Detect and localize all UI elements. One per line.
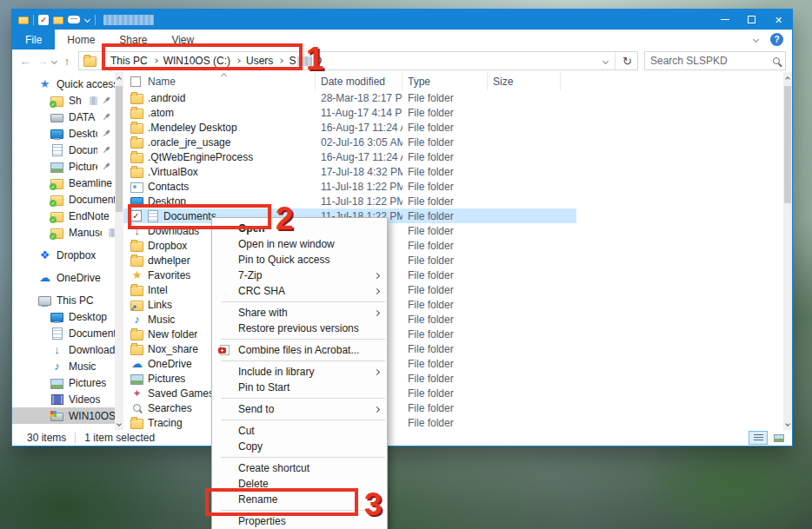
maximize-button[interactable] — [738, 10, 765, 30]
scrollbar-thumb[interactable] — [116, 86, 123, 212]
menu-item-create-shortcut[interactable]: Create shortcut — [212, 460, 387, 476]
title-bar[interactable] — [12, 10, 792, 30]
column-header-size[interactable]: Size — [488, 72, 561, 90]
folder-icon — [130, 151, 143, 163]
sidebar-item-shared[interactable]: Shared — [12, 92, 115, 109]
annotation-number-3: 3 — [364, 488, 383, 520]
menu-separator — [221, 398, 385, 399]
file-row-virtualbox[interactable]: .VirtualBox17-Jul-18 4:32 PMFile folder — [123, 164, 783, 179]
scroll-up-arrow-icon[interactable] — [115, 72, 123, 85]
sidebar-item-documents[interactable]: Documents — [12, 142, 115, 158]
file-name: Tracing — [148, 417, 183, 429]
file-type: File folder — [403, 107, 488, 119]
toolbar-divider — [95, 15, 96, 25]
search-box[interactable] — [644, 51, 786, 70]
pin-icon — [101, 128, 112, 139]
sidebar-item-win10os-c[interactable]: WIN10OS (C:) — [12, 407, 115, 424]
file-type: File folder — [403, 343, 488, 355]
file-row-android[interactable]: .android28-Mar-18 2:17 PMFile folder — [123, 90, 783, 105]
annotation-number-1: 1 — [306, 43, 324, 75]
links-folder-icon — [130, 299, 143, 311]
sidebar-item-documents[interactable]: Documents — [12, 191, 115, 208]
scrollbar-thumb[interactable] — [784, 86, 791, 203]
search-icon[interactable] — [773, 57, 780, 64]
recent-locations-chevron-icon[interactable] — [51, 57, 57, 63]
tab-home[interactable]: Home — [55, 30, 107, 50]
details-view-button[interactable] — [749, 431, 768, 445]
column-header-date-modified[interactable]: Date modified — [316, 72, 403, 90]
file-list-scrollbar[interactable] — [783, 72, 792, 430]
file-row-oracle-jre-usage[interactable]: .oracle_jre_usage02-Jul-16 3:05 AMFile f… — [123, 135, 783, 149]
file-name: Dropbox — [148, 240, 187, 252]
file-row-qtwebengineprocess[interactable]: .QtWebEngineProcess16-Aug-17 11:24 A...F… — [123, 149, 783, 164]
close-button[interactable] — [765, 10, 792, 30]
tab-file[interactable]: File — [12, 30, 55, 50]
folder-icon — [130, 136, 143, 149]
menu-item-restore-previous-versions[interactable]: Restore previous versions — [212, 321, 387, 336]
sidebar-item-endnote[interactable]: EndNote — [12, 208, 115, 224]
sidebar-item-this-pc[interactable]: This PC — [12, 292, 115, 308]
scroll-down-arrow-icon[interactable] — [783, 417, 792, 430]
sidebar-item-label: Downloads — [69, 344, 115, 356]
forward-button[interactable]: → — [36, 56, 50, 67]
address-dropdown-chevron-icon[interactable] — [602, 57, 609, 63]
picture-icon — [50, 161, 63, 173]
help-button[interactable]: ? — [770, 33, 783, 46]
file-row-atom[interactable]: .atom11-Aug-17 4:14 PMFile folder — [123, 105, 783, 120]
sidebar-item-onedrive[interactable]: OneDrive — [12, 269, 115, 286]
file-row-mendeley-desktop[interactable]: .Mendeley Desktop16-Aug-17 11:24 A...Fil… — [123, 120, 783, 135]
menu-item-7-zip[interactable]: 7-Zip — [212, 268, 387, 283]
menu-item-share-with[interactable]: Share with — [212, 305, 387, 321]
computer-icon — [38, 294, 51, 307]
menu-item-label: Copy — [238, 440, 263, 453]
search-input[interactable] — [650, 55, 773, 67]
refresh-icon[interactable] — [622, 55, 632, 68]
sync-folder-icon — [50, 177, 63, 189]
cloud-icon — [130, 358, 143, 370]
up-button[interactable]: ↑ — [59, 56, 75, 67]
column-header-type[interactable]: Type — [403, 72, 488, 90]
sidebar-item-beamline[interactable]: Beamline — [12, 175, 115, 191]
name-cell: .QtWebEngineProcess — [130, 151, 316, 163]
thumbnails-view-button[interactable] — [769, 431, 789, 445]
menu-item-send-to[interactable]: Send to — [212, 401, 387, 417]
sidebar-item-pictures[interactable]: Pictures — [12, 374, 115, 391]
menu-item-pin-to-quick-access[interactable]: Pin to Quick access — [212, 252, 387, 268]
folder-icon[interactable] — [53, 15, 63, 24]
menu-item-pin-to-start[interactable]: Pin to Start — [212, 380, 387, 395]
folder-icon — [130, 417, 143, 429]
music-icon — [50, 360, 63, 373]
rename-icon[interactable] — [68, 16, 80, 23]
column-header-name[interactable]: Name — [130, 72, 316, 90]
sidebar-item-quick-access[interactable]: Quick access — [12, 76, 115, 92]
sidebar-item-desktop[interactable]: Desktop — [12, 125, 115, 142]
menu-item-open-in-new-window[interactable]: Open in new window — [212, 236, 387, 252]
sidebar-item-manuscript[interactable]: Manuscript_ — [12, 224, 115, 241]
minimize-button[interactable] — [711, 10, 738, 30]
sidebar-item-pictures[interactable]: Pictures — [12, 158, 115, 175]
sidebar-item-documents[interactable]: Documents — [12, 325, 115, 341]
sidebar-item-downloads[interactable]: Downloads — [12, 341, 115, 358]
file-name: Searches — [148, 402, 192, 414]
properties-check-icon[interactable] — [38, 15, 49, 25]
sidebar-item-videos[interactable]: Videos — [12, 391, 115, 407]
sidebar-scrollbar[interactable] — [115, 72, 123, 430]
expand-ribbon-chevron-icon[interactable] — [753, 36, 759, 43]
scroll-up-arrow-icon[interactable] — [783, 72, 792, 85]
folder-icon — [83, 55, 97, 67]
back-button[interactable]: ← — [17, 56, 33, 67]
menu-item-cut[interactable]: Cut — [212, 423, 387, 439]
menu-item-include-in-library[interactable]: Include in library — [212, 364, 387, 380]
sidebar-item-music[interactable]: Music — [12, 358, 115, 374]
chevron-down-icon[interactable] — [84, 17, 90, 23]
menu-item-copy[interactable]: Copy — [212, 439, 387, 454]
sidebar-item-data-d[interactable]: DATA (D:) — [12, 109, 115, 125]
file-row-contacts[interactable]: Contacts11-Jul-18 1:22 PMFile folder — [123, 179, 783, 194]
select-all-checkbox[interactable] — [130, 76, 141, 87]
sidebar-item-dropbox[interactable]: Dropbox — [12, 247, 115, 263]
menu-item-crc-sha[interactable]: CRC SHA — [212, 283, 387, 299]
sidebar-item-desktop[interactable]: Desktop — [12, 308, 115, 325]
monitor-icon — [50, 128, 63, 140]
menu-item-combine-files-in-acrobat[interactable]: Combine files in Acrobat... — [212, 342, 387, 358]
scroll-down-arrow-icon[interactable] — [115, 417, 123, 430]
